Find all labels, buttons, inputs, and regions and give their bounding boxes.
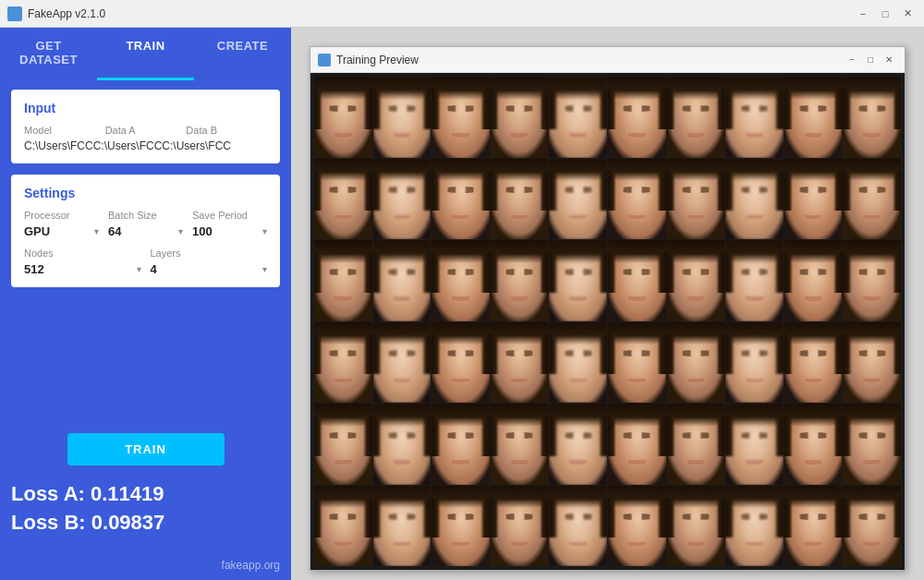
face-cell [549, 159, 607, 240]
close-button[interactable]: ✕ [898, 5, 917, 23]
save-period-dropdown-arrow[interactable]: ▾ [262, 226, 267, 236]
face-cell [373, 322, 432, 404]
face-cell [725, 322, 784, 404]
face-cell [843, 159, 901, 240]
settings-section-title: Settings [24, 186, 267, 200]
face-cell [491, 486, 549, 567]
nodes-control[interactable]: 512 ▾ [24, 262, 141, 276]
processor-label: Processor [24, 210, 99, 221]
face-cell [373, 404, 432, 485]
processor-dropdown-arrow[interactable]: ▾ [94, 226, 99, 236]
col-data-a: Data A [105, 125, 187, 136]
layers-value: 4 [151, 262, 261, 276]
col-data-b: Data B [186, 125, 267, 136]
face-cell [843, 322, 901, 404]
face-cell [314, 77, 372, 158]
face-cell [549, 404, 607, 485]
face-cell [667, 404, 725, 485]
title-bar: FakeApp v2.1.0 − □ ✕ [0, 0, 924, 28]
face-cell [725, 159, 784, 240]
face-cell [608, 404, 666, 485]
face-cell [667, 159, 725, 240]
face-cell [549, 322, 607, 404]
face-cell [373, 486, 432, 567]
tab-get-dataset[interactable]: GET DATASET [0, 28, 97, 80]
processor-setting: Processor GPU ▾ [24, 210, 99, 238]
face-cell [725, 486, 784, 567]
face-cell [314, 404, 372, 485]
tab-create[interactable]: CREATE [194, 28, 291, 80]
preview-title-left: Training Preview [318, 54, 419, 66]
face-cell [373, 77, 432, 158]
face-cell [549, 486, 607, 567]
face-cell [491, 159, 549, 240]
face-cell [491, 240, 549, 321]
loss-b: Loss B: 0.09837 [11, 509, 280, 538]
face-cell [843, 404, 901, 485]
settings-grid-top: Processor GPU ▾ Batch Size 64 ▾ [24, 210, 267, 238]
input-section: Input Model Data A Data B C:\Users\FCCC:… [11, 90, 280, 163]
nodes-value: 512 [24, 262, 135, 276]
batch-size-dropdown-arrow[interactable]: ▾ [178, 226, 183, 236]
settings-grid-bottom: Nodes 512 ▾ Layers 4 ▾ [24, 248, 267, 276]
face-cell [784, 322, 843, 404]
face-cell [491, 404, 549, 485]
face-cell [784, 77, 843, 158]
face-cell [314, 486, 372, 567]
footer-text: fakeapp.org [222, 559, 280, 572]
maximize-button[interactable]: □ [876, 5, 894, 23]
face-cell [373, 240, 432, 321]
face-cell [491, 322, 549, 404]
save-period-label: Save Period [192, 210, 267, 221]
tab-train[interactable]: TRAIN [97, 28, 194, 80]
layers-control[interactable]: 4 ▾ [151, 262, 268, 276]
loss-a: Loss A: 0.11419 [11, 480, 280, 509]
minimize-button[interactable]: − [854, 5, 872, 23]
app-title-group: FakeApp v2.1.0 [7, 6, 105, 21]
batch-size-control[interactable]: 64 ▾ [108, 224, 183, 238]
face-cell [608, 159, 666, 240]
main-layout: GET DATASET TRAIN CREATE Input Model Dat… [0, 28, 924, 580]
preview-maximize-button[interactable]: □ [862, 52, 879, 68]
input-value: C:\Users\FCCC:\Users\FCCC:\Users\FCC [24, 139, 267, 152]
window-controls: − □ ✕ [854, 5, 917, 23]
col-model: Model [24, 125, 105, 136]
face-cell [314, 240, 372, 321]
nodes-label: Nodes [24, 248, 141, 259]
layers-setting: Layers 4 ▾ [151, 248, 268, 276]
face-cell [725, 77, 784, 158]
app-icon [7, 6, 22, 21]
batch-size-setting: Batch Size 64 ▾ [108, 210, 183, 238]
face-cell [667, 240, 725, 321]
face-cell [843, 77, 901, 158]
right-panel: Training Preview − □ ✕ [291, 28, 924, 580]
processor-control[interactable]: GPU ▾ [24, 224, 99, 238]
processor-value: GPU [24, 224, 92, 238]
face-cell [667, 322, 725, 404]
input-table-header: Model Data A Data B [24, 125, 267, 136]
face-cell [549, 77, 607, 158]
face-cell [725, 404, 784, 485]
layers-dropdown-arrow[interactable]: ▾ [262, 264, 267, 274]
face-cell [784, 159, 843, 240]
face-cell [667, 486, 725, 567]
left-panel: GET DATASET TRAIN CREATE Input Model Dat… [0, 28, 291, 580]
face-cell [608, 240, 666, 321]
face-cell [784, 486, 843, 567]
preview-close-button[interactable]: ✕ [881, 52, 897, 68]
save-period-control[interactable]: 100 ▾ [192, 224, 267, 238]
train-button[interactable]: TRAIN [67, 433, 225, 465]
settings-section: Settings Processor GPU ▾ Batch Size 64 [11, 175, 280, 287]
nodes-dropdown-arrow[interactable]: ▾ [137, 264, 141, 274]
face-cell [725, 240, 784, 321]
face-cell [491, 77, 549, 158]
panel-footer: fakeapp.org [0, 549, 291, 580]
nodes-setting: Nodes 512 ▾ [24, 248, 141, 276]
face-cell [549, 240, 607, 321]
face-cell [314, 159, 372, 240]
face-cell [608, 322, 666, 404]
preview-minimize-button[interactable]: − [844, 52, 860, 68]
batch-size-label: Batch Size [108, 210, 183, 221]
preview-title-text: Training Preview [336, 54, 419, 66]
face-cell [432, 486, 490, 567]
